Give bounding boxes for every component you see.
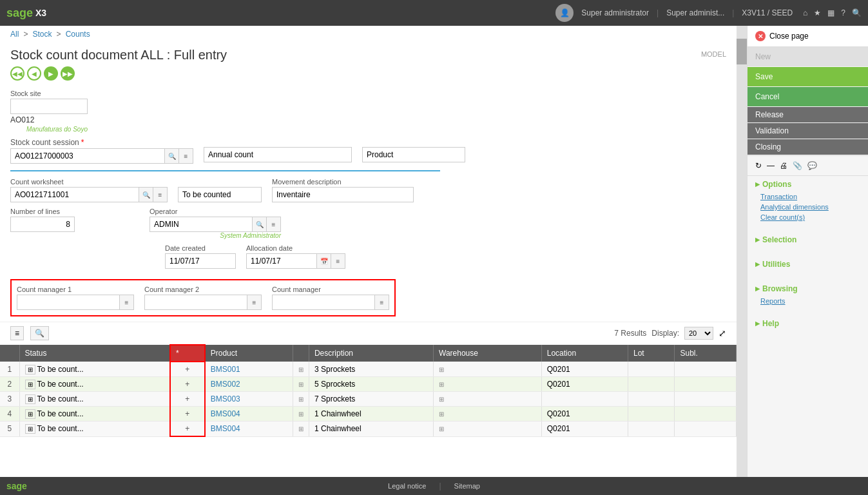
legal-notice-link[interactable]: Legal notice — [388, 482, 426, 490]
annual-count-input[interactable] — [204, 147, 352, 162]
count-manager1-list-btn[interactable]: ≡ — [120, 295, 134, 310]
stock-site-input[interactable] — [10, 99, 88, 114]
worksheet-input[interactable] — [10, 187, 139, 202]
row-product-icon: ⊞ — [293, 362, 309, 377]
release-btn[interactable]: Release — [747, 107, 868, 122]
right-sidebar: ✕ Close page New Save Cancel Release Val… — [747, 26, 868, 477]
breadcrumb-stock[interactable]: Stock — [32, 30, 52, 39]
operator-search-btn[interactable]: 🔍 — [253, 217, 267, 232]
allocation-date-list-btn[interactable]: ≡ — [331, 253, 345, 269]
col-status: Status — [19, 345, 170, 362]
display-select[interactable]: 20 50 100 — [684, 327, 713, 340]
new-btn[interactable]: New — [747, 47, 868, 66]
cancel-btn[interactable]: Cancel — [747, 87, 868, 106]
search-icon[interactable]: 🔍 — [852, 8, 862, 17]
form-row-1: Stock site AO012 Manufaturas do Soyo — [10, 90, 726, 133]
refresh-icon[interactable]: ↻ — [755, 161, 762, 170]
date-created-input[interactable] — [165, 253, 236, 269]
count-manager1-label: Count manager 1 — [17, 286, 134, 293]
table-view-btn[interactable]: ≡ — [10, 326, 24, 340]
nav-first-btn[interactable]: ◀◀ — [10, 66, 24, 81]
help-icon[interactable]: ? — [841, 8, 845, 17]
scrollbar[interactable] — [737, 26, 747, 477]
row-warehouse: ⊞ — [434, 407, 542, 422]
fullscreen-btn[interactable]: ⤢ — [719, 328, 726, 338]
breadcrumb-counts[interactable]: Counts — [66, 30, 90, 39]
count-manager2-input[interactable] — [144, 295, 247, 310]
to-be-counted-input[interactable] — [178, 187, 262, 202]
count-manager3-input[interactable] — [272, 295, 375, 310]
utilities-title[interactable]: Utilities — [755, 260, 860, 269]
breadcrumb-all[interactable]: All — [10, 30, 19, 39]
operator-list-btn[interactable]: ≡ — [267, 217, 281, 232]
table-search-btn[interactable]: 🔍 — [30, 326, 49, 340]
row-num: 1 — [0, 362, 19, 377]
count-manager3-list-btn[interactable]: ≡ — [375, 295, 389, 310]
col-lot: Lot — [628, 345, 675, 362]
session-search-btn[interactable]: 🔍 — [165, 148, 179, 164]
close-icon: ✕ — [755, 31, 766, 41]
message-icon[interactable]: 💬 — [807, 161, 817, 170]
save-btn[interactable]: Save — [747, 67, 868, 86]
dash-icon[interactable]: — — [767, 161, 775, 170]
nav-prev-btn[interactable]: ◀ — [27, 66, 41, 81]
stock-site-value: AO012 — [10, 114, 88, 126]
help-section: Help — [747, 315, 868, 335]
home-icon[interactable]: ⌂ — [803, 8, 807, 17]
clear-link[interactable]: Clear count(s) — [755, 212, 860, 222]
worksheet-search-btn[interactable]: 🔍 — [139, 187, 153, 202]
row-location: Q0201 — [541, 407, 628, 422]
worksheet-input-group: 🔍 ≡ — [10, 187, 168, 202]
user-name: Super administrator — [581, 8, 649, 17]
sitemap-link[interactable]: Sitemap — [454, 482, 480, 490]
product-input[interactable] — [362, 147, 465, 162]
row-warehouse: ⊞ — [434, 392, 542, 407]
closing-btn[interactable]: Closing — [747, 139, 868, 155]
to-be-counted-label — [178, 178, 262, 186]
num-lines-input[interactable] — [10, 217, 75, 232]
row-status: ⊞ To be count... — [19, 362, 170, 377]
nav-icons: ⌂ ★ ▦ ? 🔍 — [803, 8, 862, 17]
count-manager2-list-btn[interactable]: ≡ — [247, 295, 262, 310]
scroll-thumb[interactable] — [737, 39, 747, 64]
operator-input[interactable] — [149, 217, 253, 232]
close-page-btn[interactable]: ✕ Close page — [747, 26, 868, 47]
print-icon[interactable]: 🖨 — [780, 161, 787, 170]
session-list-btn[interactable]: ≡ — [179, 148, 193, 164]
nav-last-btn[interactable]: ▶▶ — [61, 66, 75, 81]
row-description: 1 Chainwheel — [309, 407, 433, 422]
session-input[interactable] — [10, 148, 165, 164]
worksheet-group: Count worksheet 🔍 ≡ — [10, 178, 168, 202]
validation-btn[interactable]: Validation — [747, 123, 868, 139]
row-status: ⊞ To be count... — [19, 392, 170, 407]
row-star: + — [170, 422, 205, 437]
user-short: Super administ... — [666, 8, 724, 17]
options-title[interactable]: Options — [755, 180, 860, 189]
row-location: Q0201 — [541, 362, 628, 377]
row-warehouse: ⊞ — [434, 377, 542, 392]
date-created-group: Date created — [165, 244, 236, 269]
sidebar-icons: ↻ — 🖨 📎 💬 — [747, 155, 868, 176]
worksheet-list-btn[interactable]: ≡ — [153, 187, 168, 202]
results-info: 7 Results Display: 20 50 100 ⤢ — [614, 327, 726, 340]
table-toolbar: ≡ 🔍 7 Results Display: 20 50 100 ⤢ — [0, 322, 737, 344]
analytical-link[interactable]: Analytical dimensions — [755, 202, 860, 212]
movement-desc-input[interactable] — [272, 187, 414, 202]
nav-next-btn[interactable]: ▶ — [44, 66, 58, 81]
browsing-title[interactable]: Browsing — [755, 284, 860, 293]
count-manager1-input[interactable] — [17, 295, 120, 310]
data-table: Status * Product Description Warehouse L… — [0, 344, 737, 437]
row-product-icon: ⊞ — [293, 422, 309, 437]
allocation-date-cal-btn[interactable]: 📅 — [317, 253, 331, 269]
grid-icon[interactable]: ▦ — [827, 8, 834, 17]
reports-link[interactable]: Reports — [755, 296, 860, 306]
allocation-date-input[interactable] — [246, 253, 317, 269]
annual-count-group — [204, 138, 352, 162]
star-icon[interactable]: ★ — [814, 8, 821, 17]
attach-icon[interactable]: 📎 — [793, 161, 802, 170]
row-location: Q0201 — [541, 422, 628, 437]
selection-title[interactable]: Selection — [755, 235, 860, 244]
transaction-link[interactable]: Transaction — [755, 191, 860, 202]
help-title[interactable]: Help — [755, 319, 860, 328]
form: Stock site AO012 Manufaturas do Soyo Sto… — [0, 90, 737, 322]
